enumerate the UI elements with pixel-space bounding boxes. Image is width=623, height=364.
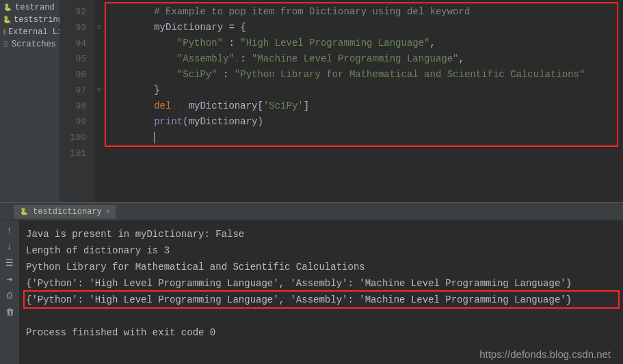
code-line[interactable]: "SciPy".: "Python Library for Mathematic… bbox=[108, 67, 623, 83]
code-line[interactable]: } bbox=[108, 83, 623, 98]
scroll-to-end-icon[interactable]: ⇥ bbox=[4, 274, 15, 285]
project-file-testrand[interactable]: 🐍 testrand bbox=[0, 1, 59, 14]
fold-column[interactable]: ⊟⊟ bbox=[94, 0, 104, 202]
line-number: 95 bbox=[60, 51, 94, 67]
code-line[interactable] bbox=[108, 130, 623, 145]
project-item-label: Scratches a bbox=[12, 40, 60, 49]
fold-marker[interactable]: ⊟ bbox=[94, 20, 104, 36]
project-tree[interactable]: 🐍 testrand 🐍 teststring ⫴ External Lib ☰… bbox=[0, 0, 60, 202]
fold-marker bbox=[94, 51, 104, 67]
project-file-teststring[interactable]: 🐍 teststring bbox=[0, 14, 59, 26]
project-external-libraries[interactable]: ⫴ External Lib bbox=[0, 26, 59, 38]
fold-marker bbox=[94, 130, 104, 145]
library-icon: ⫴ bbox=[3, 27, 5, 37]
console-line: Java is present in myDictionary: False bbox=[26, 226, 616, 242]
fold-marker bbox=[94, 114, 104, 130]
project-scratches[interactable]: ☰ Scratches a bbox=[0, 38, 59, 51]
code-line[interactable] bbox=[108, 145, 623, 161]
code-editor[interactable]: 9293949596979899100101 ⊟⊟ # Example to p… bbox=[60, 0, 623, 202]
gutter: 9293949596979899100101 bbox=[60, 0, 94, 202]
fold-marker bbox=[94, 145, 104, 161]
line-number: 98 bbox=[60, 98, 94, 114]
line-number: 101 bbox=[60, 145, 94, 161]
project-item-label: External Lib bbox=[8, 27, 60, 37]
fold-marker bbox=[94, 67, 104, 83]
run-tab-testdictionary[interactable]: 🐍 testdictionary × bbox=[14, 205, 116, 219]
code-line[interactable]: "Python".: "High Level Programming Langu… bbox=[108, 36, 623, 51]
line-number: 97 bbox=[60, 83, 94, 98]
console-output[interactable]: Java is present in myDictionary: FalseLe… bbox=[19, 221, 623, 364]
run-panel-header: 🐍 testdictionary × bbox=[0, 203, 623, 221]
close-icon[interactable]: × bbox=[106, 208, 111, 216]
code-content[interactable]: # Example to pop item from Dictionary us… bbox=[104, 0, 623, 161]
fold-marker bbox=[94, 36, 104, 51]
scratch-icon: ☰ bbox=[3, 40, 9, 49]
soft-wrap-icon[interactable]: ☰ bbox=[4, 257, 15, 268]
code-line[interactable]: # Example to pop item from Dictionary us… bbox=[108, 4, 623, 20]
console-line bbox=[26, 308, 616, 324]
console-line: {'Python': 'High Level Programming Langu… bbox=[26, 292, 616, 308]
print-icon[interactable]: ⎙ bbox=[4, 290, 15, 301]
line-number: 100 bbox=[60, 130, 94, 145]
code-line[interactable]: print(myDictionary) bbox=[108, 114, 623, 130]
run-toolbar: ↑↓☰⇥⎙🗑 bbox=[0, 221, 19, 364]
code-line[interactable]: "Assembly".: "Machine Level Programming … bbox=[108, 51, 623, 67]
code-line[interactable]: del...myDictionary['SciPy'] bbox=[108, 98, 623, 114]
trash-icon[interactable]: 🗑 bbox=[4, 307, 15, 318]
code-line[interactable]: myDictionary = { bbox=[108, 20, 623, 36]
down-icon[interactable]: ↓ bbox=[4, 241, 15, 252]
run-tab-label: testdictionary bbox=[33, 207, 102, 216]
python-file-icon: 🐍 bbox=[3, 15, 11, 25]
line-number: 92 bbox=[60, 4, 94, 20]
fold-marker bbox=[94, 4, 104, 20]
console-line: {'Python': 'High Level Programming Langu… bbox=[26, 275, 616, 292]
line-number: 99 bbox=[60, 114, 94, 130]
up-icon[interactable]: ↑ bbox=[4, 225, 15, 236]
project-item-label: testrand bbox=[15, 3, 55, 12]
console-line: Process finished with exit code 0 bbox=[26, 324, 616, 341]
python-file-icon: 🐍 bbox=[19, 207, 29, 216]
fold-marker bbox=[94, 98, 104, 114]
watermark: https://defonds.blog.csdn.net bbox=[479, 348, 611, 360]
console-line: Python Library for Mathematical and Scie… bbox=[26, 259, 616, 275]
line-number: 94 bbox=[60, 36, 94, 51]
project-item-label: teststring bbox=[14, 15, 60, 25]
python-file-icon: 🐍 bbox=[3, 3, 12, 12]
line-number: 96 bbox=[60, 67, 94, 83]
fold-marker[interactable]: ⊟ bbox=[94, 83, 104, 98]
line-number: 93 bbox=[60, 20, 94, 36]
console-line: Length of dictionary is 3 bbox=[26, 242, 616, 259]
